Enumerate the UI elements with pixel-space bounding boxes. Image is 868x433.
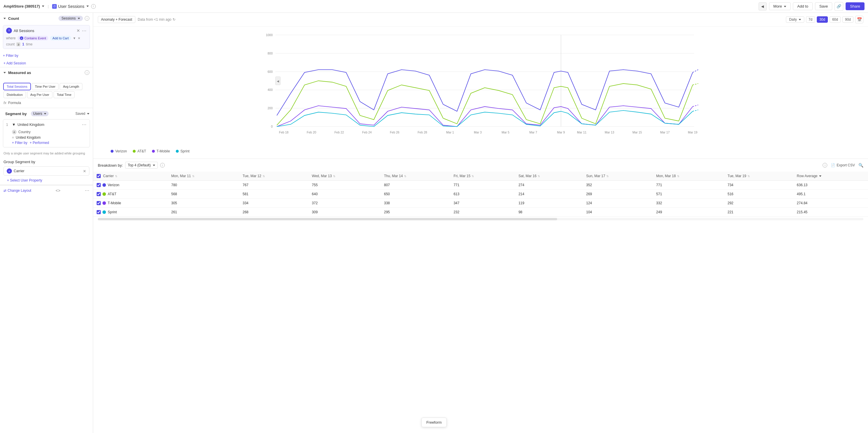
table-scrollbar[interactable]	[98, 218, 863, 220]
export-csv-button[interactable]: 📄 Export CSV	[831, 163, 855, 167]
performed-link[interactable]: + Performed	[30, 141, 49, 145]
row-avg-chevron-icon	[819, 175, 822, 177]
breakdown-table: Carrier ⇅ Mon, Mar 11 ⇅	[93, 172, 868, 217]
change-layout-button[interactable]: ⇄ Change Layout	[3, 189, 31, 193]
session-title-area[interactable]: ⏱ User Sessions	[52, 4, 89, 9]
period-60d-button[interactable]: 60d	[830, 16, 841, 23]
sat16-sort[interactable]: Sat, Mar 16 ⇅	[519, 174, 579, 178]
bookmark-button[interactable]: 🔗	[835, 2, 843, 11]
table-cell-value-1-8: 516	[724, 190, 794, 199]
app-name[interactable]: AmpliStore (380517)	[3, 4, 44, 8]
mon11-sort[interactable]: Mon, Mar 11 ⇅	[171, 174, 236, 178]
session-title-label: User Sessions	[58, 4, 84, 9]
remove-carrier-button[interactable]: ✕	[83, 169, 86, 173]
table-cell-value-3-0: 261	[168, 208, 239, 217]
calendar-button[interactable]: 📅	[855, 16, 863, 23]
save-button[interactable]: Save	[815, 2, 833, 10]
carrier-sort[interactable]: Carrier ⇅	[97, 174, 164, 178]
refresh-icon[interactable]: ↻	[173, 18, 176, 22]
add-filter-link[interactable]: + Filter by	[0, 52, 93, 59]
contains-event-chip[interactable]: A Contains Event	[18, 36, 49, 40]
collapse-panel-button[interactable]: ◀	[758, 2, 767, 10]
where-label: where	[6, 36, 16, 40]
time-per-user-btn[interactable]: Time Per User	[32, 83, 59, 90]
avg-per-user-btn[interactable]: Avg Per User	[27, 91, 52, 98]
country-value: United Kingdom	[16, 136, 40, 140]
period-7d-button[interactable]: 7d	[806, 16, 815, 23]
add-to-button[interactable]: Add to	[793, 2, 813, 10]
segment-more-button[interactable]: ⋯	[82, 122, 87, 127]
gte-op[interactable]: ≥	[16, 42, 20, 46]
filter-by-seg-link[interactable]: + Filter by	[12, 141, 27, 145]
distribution-btn[interactable]: Distribution	[3, 91, 26, 98]
table-search-button[interactable]: 🔍	[858, 163, 863, 168]
measured-as-label: Measured as	[8, 70, 81, 75]
avg-length-btn[interactable]: Avg Length	[60, 83, 82, 90]
chart-legend: Verizon AT&T T-Mobile Sprint	[93, 147, 868, 155]
breakdown-info-icon[interactable]: i	[160, 163, 165, 168]
add-to-cart-pill[interactable]: Add to Cart	[50, 36, 71, 40]
legend-att[interactable]: AT&T	[133, 149, 146, 153]
drag-handle-icon[interactable]: ⠿	[6, 28, 12, 33]
close-query-button[interactable]: ✕	[76, 28, 80, 33]
only-single-msg: Only a single user segment may be added …	[0, 150, 93, 157]
anomaly-forecast-button[interactable]: Anomaly + Forecast	[98, 16, 135, 23]
total-time-btn[interactable]: Total Time	[54, 91, 74, 98]
segment-chevron-icon[interactable]: ▼	[12, 122, 16, 127]
count-info-icon[interactable]: i	[85, 16, 89, 21]
fri15-sort-icon: ⇅	[471, 175, 474, 178]
formula-row[interactable]: fx Formula	[3, 100, 89, 105]
mon18-sort[interactable]: Mon, Mar 18 ⇅	[656, 174, 720, 178]
fri15-sort[interactable]: Fri, Mar 15 ⇅	[454, 174, 512, 178]
tue12-sort[interactable]: Tue, Mar 12 ⇅	[243, 174, 305, 178]
thu14-sort[interactable]: Thu, Mar 14 ⇅	[384, 174, 446, 178]
breakdown-selector[interactable]: Top 4 (Default)	[125, 162, 158, 169]
sun17-sort[interactable]: Sun, Mar 17 ⇅	[586, 174, 649, 178]
table-cell-value-3-4: 232	[450, 208, 515, 217]
period-30d-button[interactable]: 30d	[817, 16, 828, 23]
more-button[interactable]: More	[769, 2, 790, 10]
table-cell-value-0-7: 771	[653, 181, 724, 190]
sprint-forecast-line	[693, 110, 698, 111]
measured-info-icon[interactable]: i	[85, 70, 89, 75]
chart-toolbar: Anomaly + Forecast Data from <1 min ago …	[93, 13, 868, 27]
total-sessions-btn[interactable]: Total Sessions	[3, 83, 31, 90]
carrier-checkbox-2[interactable]	[97, 201, 101, 205]
col-header-thu14: Thu, Mar 14 ⇅	[380, 172, 450, 181]
select-all-checkbox[interactable]	[97, 174, 101, 178]
wed13-sort[interactable]: Wed, Mar 13 ⇅	[312, 174, 377, 178]
legend-tmobile[interactable]: T-Mobile	[152, 149, 170, 153]
select-user-property-link[interactable]: + Select User Property	[3, 177, 46, 183]
table-cell-value-1-1: 581	[239, 190, 308, 199]
col-header-tue19: Tue, Mar 19 ⇅	[724, 172, 794, 181]
table-cell-value-1-4: 613	[450, 190, 515, 199]
count-sessions-header[interactable]: Count Sessions i	[0, 13, 93, 24]
measured-as-header[interactable]: Measured as i	[0, 67, 93, 78]
carrier-label: Carrier	[14, 169, 81, 173]
carrier-checkbox-3[interactable]	[97, 210, 101, 214]
more-options-icon[interactable]: ⋯	[85, 187, 89, 193]
legend-verizon[interactable]: Verizon	[111, 149, 127, 153]
clear-filter-button[interactable]: ✕	[78, 36, 80, 40]
tue19-sort[interactable]: Tue, Mar 19 ⇅	[728, 174, 790, 178]
freeform-tooltip: Freeform	[422, 417, 447, 427]
legend-sprint[interactable]: Sprint	[176, 149, 189, 153]
count-value[interactable]: 1	[22, 42, 24, 46]
breakdown-info2-icon[interactable]: i	[823, 163, 827, 168]
query-title: ⠿ All Sessions	[6, 28, 34, 33]
period-90d-button[interactable]: 90d	[842, 16, 854, 23]
code-icon[interactable]: <>	[56, 188, 60, 193]
session-info-icon[interactable]: i	[91, 4, 96, 9]
att-label: AT&T	[137, 149, 146, 153]
carrier-checkbox-1[interactable]	[97, 192, 101, 196]
users-dropdown[interactable]: Users	[31, 111, 49, 116]
carrier-checkbox-0[interactable]	[97, 183, 101, 187]
share-button[interactable]: Share	[845, 2, 865, 10]
granularity-button[interactable]: Daily	[786, 16, 804, 23]
row-avg-sort[interactable]: Row Average	[797, 174, 865, 178]
add-session-link[interactable]: + Add Session	[0, 59, 93, 67]
sessions-dropdown[interactable]: Sessions	[59, 16, 83, 21]
filter-icon[interactable]: ▼	[73, 36, 76, 40]
more-query-button[interactable]: ⋯	[82, 28, 87, 33]
saved-badge[interactable]: Saved	[75, 112, 89, 116]
